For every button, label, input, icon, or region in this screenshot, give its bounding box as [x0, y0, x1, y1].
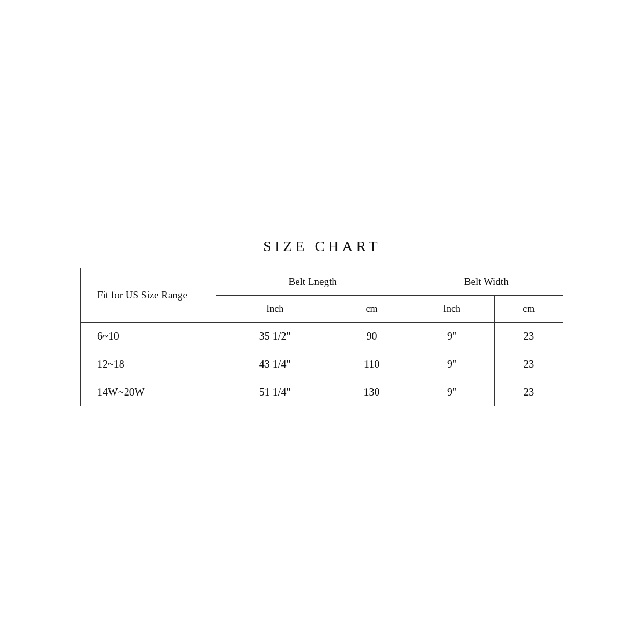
- col-fit-header: Fit for US Size Range: [81, 268, 216, 323]
- length-inch-cell: 51 1/4": [216, 378, 334, 406]
- subheader-inch1: Inch: [216, 296, 334, 323]
- col-belt-length-header: Belt Lnegth: [216, 268, 409, 296]
- fit-cell: 6~10: [81, 323, 216, 350]
- subheader-cm2: cm: [494, 296, 563, 323]
- subheader-inch2: Inch: [409, 296, 494, 323]
- size-chart-table: Fit for US Size Range Belt Lnegth Belt W…: [80, 268, 564, 406]
- width-cm-cell: 23: [494, 323, 563, 350]
- length-cm-cell: 130: [334, 378, 409, 406]
- fit-cell: 14W~20W: [81, 378, 216, 406]
- table-row: 14W~20W51 1/4"1309"23: [81, 378, 564, 406]
- col-belt-width-header: Belt Width: [409, 268, 564, 296]
- length-inch-cell: 35 1/2": [216, 323, 334, 350]
- width-inch-cell: 9": [409, 378, 494, 406]
- width-cm-cell: 23: [494, 378, 563, 406]
- length-cm-cell: 90: [334, 323, 409, 350]
- size-chart-container: SIZE CHART Fit for US Size Range Belt Ln…: [80, 238, 564, 406]
- subheader-cm1: cm: [334, 296, 409, 323]
- chart-title: SIZE CHART: [80, 238, 564, 255]
- length-inch-cell: 43 1/4": [216, 350, 334, 378]
- width-inch-cell: 9": [409, 323, 494, 350]
- table-row: 12~1843 1/4"1109"23: [81, 350, 564, 378]
- length-cm-cell: 110: [334, 350, 409, 378]
- table-row: 6~1035 1/2"909"23: [81, 323, 564, 350]
- width-inch-cell: 9": [409, 350, 494, 378]
- fit-cell: 12~18: [81, 350, 216, 378]
- width-cm-cell: 23: [494, 350, 563, 378]
